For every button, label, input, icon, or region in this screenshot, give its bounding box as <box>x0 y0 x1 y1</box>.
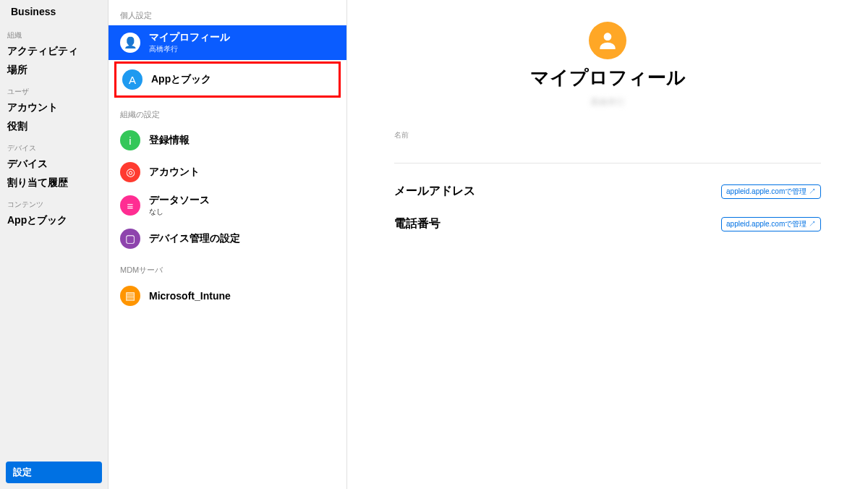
server-icon: ▤ <box>120 286 140 306</box>
sidebar-item[interactable]: 場所 <box>0 61 108 80</box>
panel-item-title: デバイス管理の設定 <box>149 232 240 245</box>
datasource-icon: ≡ <box>120 195 140 216</box>
panel-item-device[interactable]: ▢デバイス管理の設定 <box>109 223 346 255</box>
panel-item-info[interactable]: i登録情報 <box>109 124 346 156</box>
panel-item-subtitle: なし <box>149 207 210 217</box>
page-title: マイプロフィール <box>530 65 686 90</box>
sidebar-item[interactable]: デバイス <box>0 155 108 174</box>
sidebar-item[interactable]: 割り当て履歴 <box>0 174 108 192</box>
panel-item-title: Microsoft_Intune <box>149 290 231 302</box>
sidebar-section-header: コンテンツ <box>0 197 108 211</box>
panel-section-header: 組織の設定 <box>109 99 346 124</box>
highlight-annotation: AAppとブック <box>114 61 341 98</box>
info-icon: i <box>120 130 140 150</box>
brand-header: Business <box>0 0 108 23</box>
profile-field-row: メールアドレスappleid.apple.comで管理 ↗ <box>394 175 821 208</box>
panel-item-subtitle: 高橋孝行 <box>149 44 230 54</box>
field-label-name: 名前 <box>394 130 821 143</box>
panel-item-title: アカウント <box>149 166 200 179</box>
panel-section-header: 個人設定 <box>109 0 346 25</box>
panel-item-server[interactable]: ▤Microsoft_Intune <box>109 280 346 312</box>
sidebar-section-header: 組織 <box>0 27 108 42</box>
brand-text: Business <box>11 6 56 17</box>
appstore-icon: A <box>122 69 142 90</box>
field-name-value-blurred <box>394 143 821 163</box>
sidebar-section-header: ユーザ <box>0 84 108 98</box>
person-icon: 👤 <box>120 33 140 53</box>
panel-item-title: 登録情報 <box>149 134 190 147</box>
settings-button[interactable]: 設定 <box>6 462 102 483</box>
panel-section-header: MDMサーバ <box>109 255 346 280</box>
sidebar-item[interactable]: 役割 <box>0 117 108 136</box>
panel-item-account[interactable]: ◎アカウント <box>109 156 346 188</box>
sidebar-section-header: デバイス <box>0 140 108 155</box>
manage-at-appleid-link[interactable]: appleid.apple.comで管理 ↗ <box>721 217 821 231</box>
panel-item-title: Appとブック <box>151 73 211 86</box>
sidebar-item[interactable]: Appとブック <box>0 211 108 230</box>
main-content: マイプロフィール 高橋孝行 名前 メールアドレスappleid.apple.co… <box>347 0 868 489</box>
panel-item-title: マイプロフィール <box>149 31 230 44</box>
account-icon: ◎ <box>120 162 140 182</box>
avatar-icon <box>589 22 626 59</box>
field-label: 電話番号 <box>394 216 441 231</box>
panel-item-title: データソース <box>149 194 210 207</box>
sidebar-item[interactable]: アクティビティ <box>0 42 108 61</box>
sidebar-item[interactable]: アカウント <box>0 98 108 117</box>
manage-at-appleid-link[interactable]: appleid.apple.comで管理 ↗ <box>721 184 821 199</box>
panel-item-datasource[interactable]: ≡データソースなし <box>109 188 346 223</box>
panel-item-appstore[interactable]: AAppとブック <box>116 64 339 95</box>
field-label: メールアドレス <box>394 184 475 199</box>
svg-point-0 <box>604 33 612 41</box>
device-icon: ▢ <box>120 229 140 249</box>
profile-name-blurred: 高橋孝行 <box>590 96 625 109</box>
profile-field-row: 電話番号appleid.apple.comで管理 ↗ <box>394 208 821 240</box>
settings-panel: 個人設定👤マイプロフィール高橋孝行AAppとブック組織の設定i登録情報◎アカウン… <box>109 0 347 489</box>
sidebar: Business 組織アクティビティ場所ユーザアカウント役割デバイスデバイス割り… <box>0 0 109 489</box>
panel-item-person[interactable]: 👤マイプロフィール高橋孝行 <box>109 25 346 60</box>
